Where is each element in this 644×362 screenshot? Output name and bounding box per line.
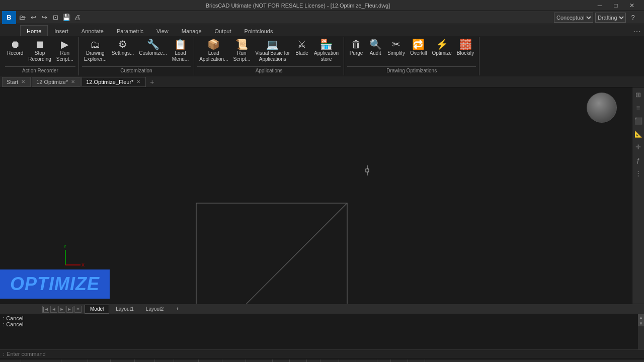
view-cube[interactable] bbox=[587, 93, 617, 123]
command-line-1: : Cancel bbox=[3, 315, 641, 321]
command-scrollbar[interactable]: ▲ ▼ bbox=[638, 314, 644, 349]
settings-button[interactable]: ⚙ Settings... bbox=[110, 38, 136, 57]
tab-pointclouds[interactable]: Pointclouds bbox=[238, 25, 280, 36]
app-menu-button[interactable]: B bbox=[2, 11, 16, 24]
status-esnap[interactable]: ESNAP bbox=[224, 359, 246, 362]
status-rt[interactable]: RT bbox=[379, 359, 390, 362]
simplify-button[interactable]: ✂ Simplify bbox=[385, 38, 407, 57]
qa-print2[interactable]: 🖨 bbox=[72, 13, 83, 23]
status-iso[interactable]: ISO-25 bbox=[90, 359, 111, 362]
doc-tab-start-label: Start bbox=[7, 79, 18, 85]
status-ortho[interactable]: ORTHO bbox=[176, 359, 199, 362]
status-tile[interactable]: TILE bbox=[292, 359, 307, 362]
purge-icon: 🗑 bbox=[351, 39, 361, 49]
status-scale[interactable]: 1:1 bbox=[309, 359, 320, 362]
misc-panel-btn[interactable]: ⋮ bbox=[633, 168, 643, 178]
command-input[interactable] bbox=[7, 351, 641, 357]
tab-home[interactable]: Home bbox=[20, 25, 48, 36]
purge-button[interactable]: 🗑 Purge bbox=[347, 38, 365, 57]
blade-icon: ⚔ bbox=[297, 39, 306, 49]
simplify-label: Simplify bbox=[387, 50, 405, 56]
layout-list-btn[interactable]: ≡ bbox=[74, 306, 82, 313]
layout-first-btn[interactable]: |◄ bbox=[42, 306, 49, 313]
status-snap[interactable]: SNAP bbox=[137, 359, 155, 362]
minimize-button[interactable]: ─ bbox=[592, 0, 608, 11]
status-drafting[interactable]: Drafting bbox=[113, 359, 135, 362]
help-button[interactable]: ? bbox=[628, 13, 638, 23]
status-hra[interactable]: HRA bbox=[393, 359, 408, 362]
qa-redo[interactable]: ↪ bbox=[39, 13, 49, 23]
doc-tab-fleur-close[interactable]: ✕ bbox=[135, 79, 141, 85]
qa-print[interactable]: ⊡ bbox=[50, 13, 60, 23]
tab-view[interactable]: View bbox=[150, 25, 175, 36]
status-isoc[interactable]: ISOC bbox=[323, 359, 339, 362]
overkill-button[interactable]: 🔁 Overkill bbox=[408, 38, 429, 57]
audit-button[interactable]: 🔍 Audit bbox=[366, 38, 384, 57]
load-menu-button[interactable]: 📋 LoadMenu... bbox=[170, 38, 191, 63]
run-script2-button[interactable]: 📜 RunScript... bbox=[231, 38, 252, 63]
layout-tab-add[interactable]: + bbox=[170, 305, 184, 314]
ribbon-more-button[interactable]: ⋯ bbox=[632, 26, 642, 36]
layout-tab-model[interactable]: Model bbox=[85, 305, 109, 314]
drawing-explorer-button[interactable]: 🗂 DrawingExplorer... bbox=[82, 38, 109, 63]
command-input-line[interactable]: : bbox=[0, 349, 644, 358]
load-application-button[interactable]: 📦 LoadApplication... bbox=[197, 38, 230, 63]
snap-panel-btn[interactable]: ✛ bbox=[633, 142, 643, 152]
formula-panel-btn[interactable]: ƒ bbox=[633, 155, 643, 165]
tab-manage[interactable]: Manage bbox=[175, 25, 208, 36]
customize-button[interactable]: 🔧 Customize... bbox=[137, 38, 169, 57]
doc-tab-fleur[interactable]: 12.Optimize_Fleur* ✕ bbox=[82, 77, 146, 87]
visual-style-select[interactable]: Conceptual bbox=[554, 13, 593, 23]
audit-icon: 🔍 bbox=[369, 39, 382, 49]
drawing-explorer-label: DrawingExplorer... bbox=[84, 50, 107, 62]
command-output: : Cancel : Cancel bbox=[0, 314, 644, 349]
run-script-button[interactable]: ▶ RunScript... bbox=[54, 38, 75, 63]
new-tab-button[interactable]: + bbox=[147, 77, 157, 87]
command-scroll-down[interactable]: ▼ bbox=[638, 320, 644, 326]
blade-button[interactable]: ⚔ Blade bbox=[293, 38, 311, 57]
layout-tab-layout2[interactable]: Layout2 bbox=[140, 305, 170, 314]
close-button[interactable]: ✕ bbox=[624, 0, 640, 11]
maximize-button[interactable]: □ bbox=[608, 0, 624, 11]
status-dua[interactable]: DUA bbox=[410, 359, 425, 362]
vba-button[interactable]: 💻 Visual Basic forApplications bbox=[253, 38, 292, 63]
status-lwt[interactable]: LWT bbox=[275, 359, 289, 362]
status-polar[interactable]: POLAR bbox=[201, 359, 222, 362]
load-app-icon: 📦 bbox=[207, 39, 220, 49]
app-store-button[interactable]: 🏪 Applicationstore bbox=[312, 38, 341, 63]
blockify-button[interactable]: 🧱 Blockify bbox=[455, 38, 476, 57]
constraints-panel-btn[interactable]: 📐 bbox=[633, 129, 643, 139]
doc-tab-start[interactable]: Start ✕ bbox=[2, 77, 31, 87]
status-quad[interactable]: QUAD bbox=[358, 359, 377, 362]
record-button[interactable]: ⏺ Record bbox=[5, 38, 25, 57]
tab-insert[interactable]: Insert bbox=[48, 25, 75, 36]
drafting-select[interactable]: Drafting bbox=[595, 13, 626, 23]
doc-tab-start-close[interactable]: ✕ bbox=[20, 79, 26, 85]
layout-tab-layout1[interactable]: Layout1 bbox=[110, 305, 139, 314]
layout-last-btn[interactable]: ►| bbox=[66, 306, 73, 313]
stop-recording-button[interactable]: ⏹ StopRecording bbox=[26, 38, 53, 63]
qa-save[interactable]: 💾 bbox=[61, 13, 71, 23]
status-dyn[interactable]: DYN bbox=[341, 359, 356, 362]
blocks-panel-btn[interactable]: ⬛ bbox=[633, 116, 643, 126]
cursor-crosshair bbox=[362, 165, 372, 176]
tab-annotate[interactable]: Annotate bbox=[75, 25, 110, 36]
status-grid[interactable]: GRID bbox=[157, 359, 174, 362]
optimize-button[interactable]: ⚡ Optimize bbox=[430, 38, 453, 57]
doc-tab-optimize[interactable]: 12 Optimize* ✕ bbox=[32, 77, 80, 87]
status-standard[interactable]: Standard bbox=[63, 359, 89, 362]
layers-panel-btn[interactable]: ≡ bbox=[633, 103, 643, 113]
doc-tab-optimize-close[interactable]: ✕ bbox=[70, 79, 76, 85]
group-customization: 🗂 DrawingExplorer... ⚙ Settings... 🔧 Cus… bbox=[79, 37, 194, 75]
command-scroll-up[interactable]: ▲ bbox=[638, 314, 644, 320]
layout-prev-btn[interactable]: ◄ bbox=[50, 306, 57, 313]
status-coords[interactable]: 45.41, 15.21, 0 bbox=[23, 359, 61, 362]
status-strack[interactable]: STRACK bbox=[248, 359, 273, 362]
qa-new[interactable]: 🗁 bbox=[17, 13, 27, 23]
canvas-area[interactable]: Y X OPTIMIZE bbox=[0, 87, 632, 304]
qa-undo[interactable]: ↩ bbox=[28, 13, 38, 23]
layout-next-btn[interactable]: ► bbox=[58, 306, 65, 313]
tab-output[interactable]: Output bbox=[208, 25, 238, 36]
tab-parametric[interactable]: Parametric bbox=[110, 25, 150, 36]
properties-panel-btn[interactable]: ⊞ bbox=[633, 89, 643, 100]
